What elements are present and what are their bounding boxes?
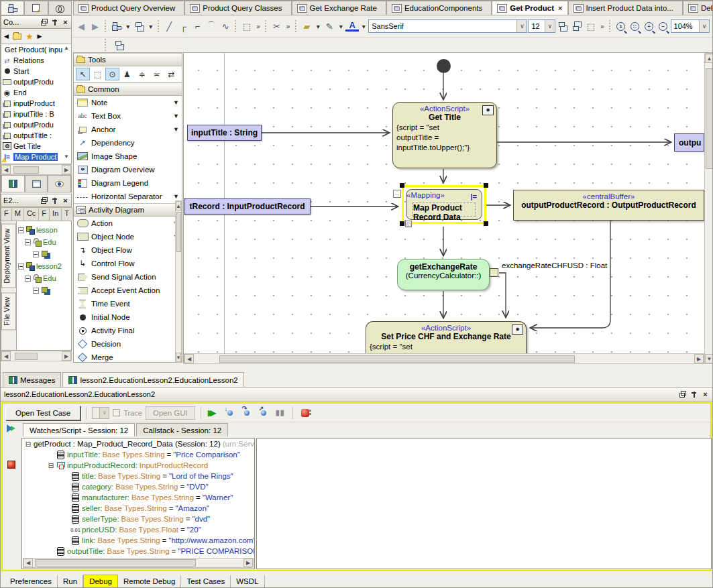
selection-handle[interactable] bbox=[484, 221, 488, 226]
panel-close-icon[interactable]: × bbox=[62, 19, 69, 26]
status-tab[interactable]: Run bbox=[58, 575, 83, 587]
selection-handle[interactable] bbox=[400, 221, 404, 226]
expander-icon[interactable] bbox=[25, 276, 31, 282]
watch-row[interactable]: category: Base Types.String = "DVD" bbox=[22, 481, 254, 492]
scroll-right-icon[interactable]: ▶ bbox=[243, 558, 253, 567]
line-style-bent-icon[interactable]: ⌐ bbox=[190, 19, 204, 33]
object-node-input-record[interactable]: tRecord : InputProductRecord bbox=[184, 198, 311, 215]
watch-hscrollbar[interactable]: ◀ ▶ bbox=[23, 558, 254, 568]
containment-tree-row[interactable]: outputProdu bbox=[1, 76, 71, 87]
create-outer-diagram-icon[interactable] bbox=[570, 19, 584, 33]
palette-item[interactable]: Activity Final bbox=[74, 324, 182, 337]
e2e-tab-stub[interactable]: F bbox=[39, 207, 50, 221]
deployment-tree-row[interactable]: lesson bbox=[17, 224, 71, 236]
tab-search[interactable] bbox=[48, 1, 72, 15]
containment-tree-row[interactable]: Get Product( inpu bbox=[1, 44, 71, 55]
actionscript-gear-icon[interactable] bbox=[512, 325, 523, 335]
trace-depth-select[interactable]: ∨ bbox=[92, 407, 109, 419]
expander-icon[interactable] bbox=[18, 227, 24, 233]
panel-restore-icon[interactable] bbox=[40, 19, 48, 26]
favorites-icon[interactable]: ★ bbox=[25, 32, 34, 42]
session-tab[interactable]: Watches/Script - Session: 12 bbox=[23, 423, 135, 436]
watch-detail-pane[interactable] bbox=[256, 438, 712, 569]
expander-icon[interactable]: ⊟ bbox=[25, 440, 32, 448]
deployment-tree-row[interactable] bbox=[17, 284, 71, 296]
palette-common-header[interactable]: Common bbox=[74, 82, 182, 96]
canvas-hscrollbar[interactable]: ◀ ▶ bbox=[184, 353, 704, 364]
diagram-tab[interactable]: Product Query Classes bbox=[184, 1, 291, 15]
fill-color-dropdown-icon[interactable]: ▾ bbox=[314, 19, 322, 33]
watch-row[interactable]: outputTitle: Base Types.String = "PRICE … bbox=[22, 546, 254, 556]
layout-tree-icon[interactable] bbox=[110, 19, 123, 33]
containment-scroll-up-icon[interactable]: ▲ bbox=[62, 45, 70, 53]
collapse-tool-icon[interactable]: ≍ bbox=[150, 68, 164, 80]
dock-tab[interactable]: lesson2.EducationLesson2.EducationLesson… bbox=[62, 372, 243, 387]
scroll-left-icon[interactable]: ◀ bbox=[184, 354, 194, 363]
line-style-oblique-icon[interactable]: ╱ bbox=[162, 19, 176, 33]
scroll-down-icon[interactable]: ▼ bbox=[176, 353, 181, 362]
tab-preview[interactable] bbox=[48, 175, 71, 192]
panel-pin-icon[interactable] bbox=[51, 197, 58, 204]
open-gui-button[interactable]: Open GUI bbox=[146, 406, 195, 420]
object-node-output-clipped[interactable]: outpu bbox=[674, 133, 704, 152]
tab-containment-tree[interactable] bbox=[1, 1, 24, 15]
palette-item[interactable]: Note ▼ bbox=[74, 96, 182, 109]
swap-tool-icon[interactable]: ⇄ bbox=[164, 68, 178, 80]
scroll-left-icon[interactable]: ◀ bbox=[1, 165, 11, 174]
watch-row[interactable]: 0.01 priceUSD: Base Types.Float = "20" bbox=[22, 524, 254, 535]
panel-restore-icon[interactable] bbox=[40, 197, 48, 204]
panel-restore-icon[interactable] bbox=[679, 391, 686, 398]
line-style-rectilinear-icon[interactable]: ┌ bbox=[176, 19, 190, 33]
palette-item[interactable]: Send Signal Action bbox=[74, 270, 182, 284]
layout-tree-dropdown-icon[interactable]: ▾ bbox=[124, 19, 132, 33]
stop-icon[interactable] bbox=[298, 407, 312, 419]
step-into-icon[interactable]: ↓ bbox=[223, 407, 237, 419]
palette-item[interactable]: Object Flow bbox=[74, 243, 182, 257]
pause-icon[interactable]: ▮▮ bbox=[274, 407, 287, 419]
marquee-tool-icon[interactable]: ⬚ bbox=[91, 68, 105, 80]
diagram-tab[interactable]: Product Query Overview bbox=[73, 1, 184, 15]
action-map-product-selected[interactable]: «Mapping» Map Product Record Data ... ◱ bbox=[402, 185, 486, 224]
fill-color-icon[interactable]: ▰ bbox=[300, 19, 313, 33]
zoom-actual-icon[interactable]: 1 bbox=[614, 19, 628, 33]
status-tab[interactable]: Test Cases bbox=[181, 575, 231, 587]
containment-tree-row[interactable]: End bbox=[1, 87, 71, 98]
run-icon[interactable] bbox=[207, 407, 220, 419]
panel-pin-icon[interactable] bbox=[690, 391, 698, 398]
back-icon[interactable]: ◀ bbox=[74, 19, 88, 33]
open-folder-icon[interactable] bbox=[13, 34, 21, 40]
palette-item[interactable]: Time Event bbox=[74, 297, 182, 310]
palette-item[interactable]: Merge bbox=[74, 351, 182, 363]
selection-handle[interactable] bbox=[400, 183, 404, 188]
panel-pin-icon[interactable] bbox=[51, 19, 58, 26]
show-hierarchy-icon[interactable] bbox=[112, 38, 125, 52]
zoom-level-select[interactable]: 104%∨ bbox=[671, 19, 710, 33]
scroll-thumb[interactable] bbox=[176, 212, 181, 252]
canvas-vscrollbar[interactable]: ▲ ▼ bbox=[704, 53, 713, 364]
collapse-left-icon[interactable]: ◀ bbox=[4, 33, 9, 40]
e2e-tab-stub[interactable]: Cc bbox=[24, 207, 39, 221]
expand-right-icon[interactable]: ▶ bbox=[38, 33, 42, 40]
scroll-down-icon[interactable]: ▼ bbox=[705, 354, 713, 363]
step-over-icon[interactable]: ↷ bbox=[240, 407, 254, 419]
expander-icon[interactable]: ⊟ bbox=[48, 462, 54, 469]
deployment-tree-row[interactable] bbox=[17, 248, 71, 260]
pen-color-icon[interactable]: ✎ bbox=[323, 19, 336, 33]
forward-icon[interactable]: ▶ bbox=[89, 19, 102, 33]
resize-shape-icon[interactable]: ⬚ bbox=[240, 19, 254, 33]
font-family-select[interactable]: SansSerif∨ bbox=[368, 19, 527, 33]
scroll-left-icon[interactable]: ◀ bbox=[23, 558, 33, 567]
create-inner-diagram-icon[interactable] bbox=[556, 19, 569, 33]
containment-tree-row[interactable]: outputProdu bbox=[1, 119, 71, 130]
expander-icon[interactable] bbox=[25, 239, 31, 245]
expander-icon[interactable] bbox=[33, 251, 39, 257]
deployment-tree-row[interactable]: Edu bbox=[17, 272, 71, 284]
scroll-thumb[interactable] bbox=[219, 355, 575, 363]
palette-item-dropdown-icon[interactable]: ▼ bbox=[173, 99, 179, 106]
scroll-thumb[interactable] bbox=[35, 559, 196, 567]
breakpoint-icon[interactable] bbox=[7, 461, 15, 469]
align-tool-icon[interactable]: ≑ bbox=[135, 68, 149, 80]
containment-tree-row[interactable]: Relations bbox=[1, 55, 71, 66]
palette-activity-header[interactable]: Activity Diagram bbox=[74, 203, 182, 217]
tab-deployment-view[interactable]: Deployment View bbox=[1, 224, 16, 288]
